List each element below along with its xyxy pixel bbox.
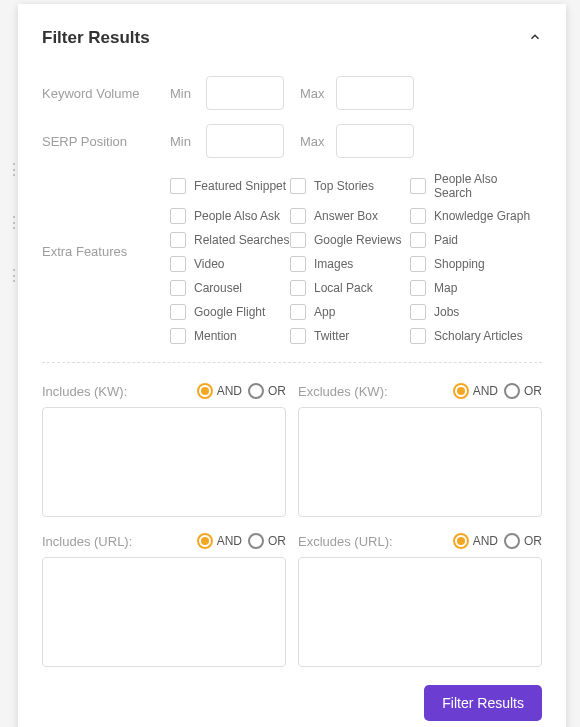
includes-url-label: Includes (URL): [42, 534, 132, 549]
excludes-url-block: Excludes (URL): ANDOR [298, 533, 542, 671]
feature-checkbox[interactable]: Scholary Articles [410, 328, 534, 344]
includes-kw-label: Includes (KW): [42, 384, 127, 399]
checkbox-icon [170, 304, 186, 320]
includes-url-block: Includes (URL): ANDOR [42, 533, 286, 671]
feature-label: Related Searches [194, 233, 289, 247]
feature-checkbox[interactable]: Featured Snippet [170, 172, 290, 200]
checkbox-icon [410, 280, 426, 296]
checkbox-icon [290, 208, 306, 224]
excludes-kw-textarea[interactable] [298, 407, 542, 517]
feature-label: Mention [194, 329, 237, 343]
or-radio[interactable]: OR [248, 383, 286, 399]
feature-label: Shopping [434, 257, 485, 271]
or-radio[interactable]: OR [504, 533, 542, 549]
filter-results-button[interactable]: Filter Results [424, 685, 542, 721]
feature-checkbox[interactable]: Google Flight [170, 304, 290, 320]
feature-checkbox[interactable]: Related Searches [170, 232, 290, 248]
keyword-volume-min-input[interactable] [206, 76, 284, 110]
serp-position-min-input[interactable] [206, 124, 284, 158]
feature-label: Answer Box [314, 209, 378, 223]
feature-checkbox[interactable]: Local Pack [290, 280, 410, 296]
excludes-kw-label: Excludes (KW): [298, 384, 388, 399]
feature-checkbox[interactable]: Top Stories [290, 172, 410, 200]
feature-checkbox[interactable]: Shopping [410, 256, 534, 272]
radio-icon [248, 533, 264, 549]
filter-panel: Filter Results Keyword Volume Min Max SE… [18, 4, 566, 727]
radio-label: AND [473, 384, 498, 398]
feature-label: Paid [434, 233, 458, 247]
checkbox-icon [170, 208, 186, 224]
checkbox-icon [290, 178, 306, 194]
radio-label: AND [473, 534, 498, 548]
feature-checkbox[interactable]: App [290, 304, 410, 320]
feature-checkbox[interactable]: Video [170, 256, 290, 272]
radio-icon [453, 383, 469, 399]
feature-label: Top Stories [314, 179, 374, 193]
excludes-kw-radio-group: ANDOR [453, 383, 542, 399]
max-label: Max [300, 86, 328, 101]
and-radio[interactable]: AND [453, 533, 498, 549]
radio-icon [197, 533, 213, 549]
feature-label: Video [194, 257, 224, 271]
min-label: Min [170, 86, 198, 101]
radio-label: OR [524, 534, 542, 548]
feature-checkbox[interactable]: Paid [410, 232, 534, 248]
feature-checkbox[interactable]: People Also Ask [170, 208, 290, 224]
checkbox-icon [410, 328, 426, 344]
radio-icon [453, 533, 469, 549]
or-radio[interactable]: OR [504, 383, 542, 399]
feature-label: App [314, 305, 335, 319]
excludes-url-label: Excludes (URL): [298, 534, 393, 549]
checkbox-icon [170, 328, 186, 344]
feature-checkbox[interactable]: Google Reviews [290, 232, 410, 248]
or-radio[interactable]: OR [248, 533, 286, 549]
feature-checkbox[interactable]: Carousel [170, 280, 290, 296]
feature-checkbox[interactable]: Knowledge Graph [410, 208, 534, 224]
checkbox-icon [410, 232, 426, 248]
extra-features-label: Extra Features [42, 172, 170, 259]
radio-label: AND [217, 534, 242, 548]
radio-label: OR [268, 384, 286, 398]
keyword-volume-max-input[interactable] [336, 76, 414, 110]
radio-label: OR [524, 384, 542, 398]
excludes-url-textarea[interactable] [298, 557, 542, 667]
panel-header: Filter Results [42, 28, 542, 48]
feature-checkbox[interactable]: Answer Box [290, 208, 410, 224]
panel-footer: Filter Results [42, 685, 542, 721]
includes-kw-radio-group: ANDOR [197, 383, 286, 399]
radio-label: OR [268, 534, 286, 548]
max-label: Max [300, 134, 328, 149]
checkbox-icon [290, 304, 306, 320]
checkbox-icon [170, 178, 186, 194]
excludes-url-radio-group: ANDOR [453, 533, 542, 549]
includes-url-textarea[interactable] [42, 557, 286, 667]
features-grid: Featured SnippetTop StoriesPeople Also S… [170, 172, 534, 344]
checkbox-icon [170, 256, 186, 272]
extra-features-row: Extra Features Featured SnippetTop Stori… [42, 172, 542, 344]
feature-label: Featured Snippet [194, 179, 286, 193]
feature-label: Twitter [314, 329, 349, 343]
includes-kw-textarea[interactable] [42, 407, 286, 517]
and-radio[interactable]: AND [197, 533, 242, 549]
panel-title: Filter Results [42, 28, 150, 48]
serp-position-max-input[interactable] [336, 124, 414, 158]
and-radio[interactable]: AND [197, 383, 242, 399]
divider [42, 362, 542, 363]
feature-checkbox[interactable]: People Also Search [410, 172, 534, 200]
feature-checkbox[interactable]: Twitter [290, 328, 410, 344]
checkbox-icon [170, 232, 186, 248]
feature-label: Knowledge Graph [434, 209, 530, 223]
feature-label: Map [434, 281, 457, 295]
background-decoration: ⋮⋮⋮ [6, 160, 12, 319]
chevron-up-icon[interactable] [528, 30, 542, 47]
radio-icon [248, 383, 264, 399]
feature-label: Scholary Articles [434, 329, 523, 343]
checkbox-icon [170, 280, 186, 296]
feature-checkbox[interactable]: Mention [170, 328, 290, 344]
feature-label: Local Pack [314, 281, 373, 295]
feature-checkbox[interactable]: Map [410, 280, 534, 296]
feature-checkbox[interactable]: Jobs [410, 304, 534, 320]
and-radio[interactable]: AND [453, 383, 498, 399]
checkbox-icon [410, 178, 426, 194]
feature-checkbox[interactable]: Images [290, 256, 410, 272]
